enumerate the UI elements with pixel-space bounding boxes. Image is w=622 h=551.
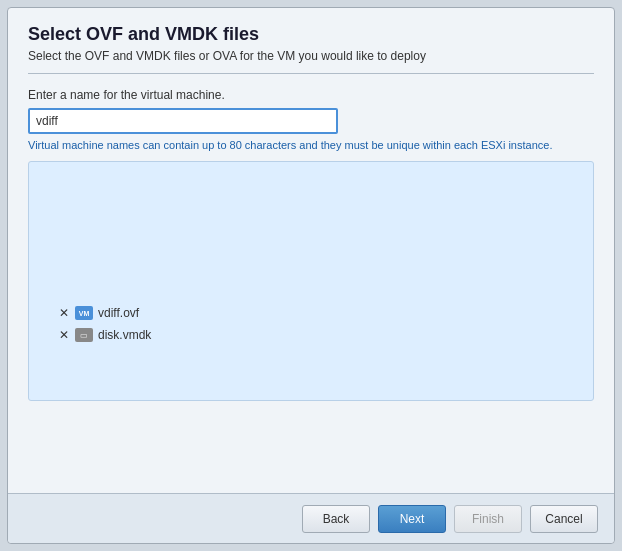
- back-button[interactable]: Back: [302, 505, 370, 533]
- dialog-title: Select OVF and VMDK files: [28, 24, 594, 45]
- dialog-footer: Back Next Finish Cancel: [8, 493, 614, 543]
- file-drop-area[interactable]: ✕ vdiff.ovf ✕ disk.vmdk: [28, 161, 594, 401]
- field-label: Enter a name for the virtual machine.: [28, 88, 594, 102]
- remove-vmdk-icon[interactable]: ✕: [59, 328, 69, 342]
- dialog-subtitle: Select the OVF and VMDK files or OVA for…: [28, 49, 594, 63]
- list-item: ✕ disk.vmdk: [59, 328, 151, 342]
- dialog-body: Select OVF and VMDK files Select the OVF…: [8, 8, 614, 493]
- cancel-button[interactable]: Cancel: [530, 505, 598, 533]
- finish-button: Finish: [454, 505, 522, 533]
- file-list: ✕ vdiff.ovf ✕ disk.vmdk: [59, 306, 151, 350]
- vm-file-icon: [75, 306, 93, 320]
- ovf-filename: vdiff.ovf: [98, 306, 139, 320]
- disk-file-icon: [75, 328, 93, 342]
- divider: [28, 73, 594, 74]
- vm-name-input[interactable]: [28, 108, 338, 134]
- remove-ovf-icon[interactable]: ✕: [59, 306, 69, 320]
- next-button[interactable]: Next: [378, 505, 446, 533]
- dialog: Select OVF and VMDK files Select the OVF…: [7, 7, 615, 544]
- list-item: ✕ vdiff.ovf: [59, 306, 151, 320]
- hint-text: Virtual machine names can contain up to …: [28, 139, 594, 151]
- vmdk-filename: disk.vmdk: [98, 328, 151, 342]
